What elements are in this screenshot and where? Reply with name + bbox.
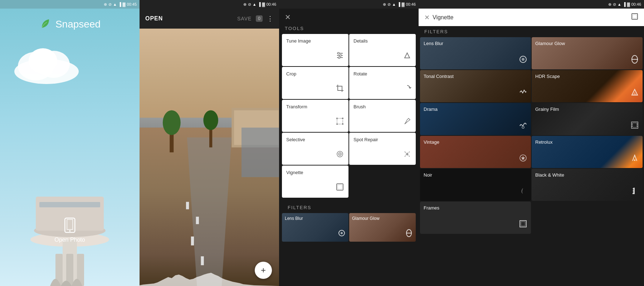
svg-rect-68	[633, 123, 637, 127]
filter-grainy-film[interactable]: Grainy Film	[532, 103, 643, 135]
panel-editor: ⊕ ⊘ ▲ ▐ ▓ 00:46 OPEN SAVE 0 ⋮	[140, 0, 279, 286]
hdr-scape-name: HDR Scape	[535, 74, 639, 79]
crop-icon	[336, 84, 344, 95]
lens-blur-icon-4	[519, 55, 527, 66]
nosim-icon: ⊘	[108, 2, 112, 7]
noir-name: Noir	[424, 172, 527, 178]
svg-point-41	[336, 123, 338, 125]
close-button-3[interactable]: ✕	[279, 9, 419, 23]
svg-point-40	[342, 118, 343, 119]
details-icon	[403, 51, 411, 62]
svg-rect-37	[338, 86, 342, 90]
glamour-glow-icon-4	[630, 55, 639, 66]
svg-marker-75	[633, 188, 635, 194]
tool-details-name: Details	[353, 38, 411, 44]
tool-brush-name: Brush	[353, 104, 411, 109]
tool-vignette-name: Vignette	[286, 170, 344, 175]
filter-glamour-glow-4[interactable]: Glamour Glow	[532, 37, 643, 69]
tool-details[interactable]: Details	[349, 34, 416, 66]
svg-point-3	[29, 48, 57, 73]
filters-section-title-3: FILTERS	[282, 202, 416, 213]
bt-icon-3: ⊕	[383, 2, 386, 7]
ns-icon-4: ⊘	[613, 2, 616, 7]
more-menu-icon[interactable]: ⋮	[267, 15, 273, 23]
tool-rotate[interactable]: Rotate	[349, 67, 416, 99]
svg-rect-71	[637, 124, 638, 124]
sig-icon-3: ▐	[397, 2, 400, 6]
svg-line-48	[405, 152, 406, 153]
open-button[interactable]: OPEN	[145, 15, 163, 22]
status-bar-3: ⊕ ⊘ ▲ ▐ ▓ 00:46	[279, 0, 419, 9]
vintage-name: Vintage	[424, 139, 527, 145]
tool-tune-image[interactable]: Tune Image	[282, 34, 348, 66]
vignette-top-label: Vignette	[433, 14, 453, 21]
save-badge: 0	[256, 15, 263, 22]
tool-transform[interactable]: Transform	[282, 100, 348, 132]
svg-rect-26	[196, 217, 199, 224]
filter-lens-blur-4[interactable]: Lens Blur	[420, 37, 531, 69]
frames-icon	[519, 220, 527, 230]
status-bar-2: ⊕ ⊘ ▲ ▐ ▓ 00:46	[140, 0, 279, 9]
brush-icon	[403, 117, 411, 128]
tool-vignette[interactable]: Vignette	[282, 166, 348, 198]
svg-rect-25	[186, 202, 189, 209]
grainy-icon	[630, 121, 639, 132]
filter-retrolux[interactable]: Retrolux	[532, 136, 643, 168]
close-button-4[interactable]: ✕	[424, 14, 430, 21]
open-photo-label: Open Photo	[54, 237, 85, 243]
save-button[interactable]: SAVE	[237, 16, 252, 21]
tower	[25, 125, 114, 286]
tool-spot-repair[interactable]: Spot Repair	[349, 133, 416, 165]
bluetooth-icon: ⊕	[104, 2, 107, 7]
svg-point-55	[341, 232, 343, 234]
panel-home: ⊕ ⊘ ▲ ▐ ▓ 00:45	[0, 0, 140, 286]
filter-frames[interactable]: Frames	[420, 202, 531, 234]
wifi-icon-4: ▲	[618, 2, 621, 6]
svg-rect-70	[631, 126, 633, 127]
leaf-logo-icon	[39, 18, 52, 31]
expand-icon[interactable]	[631, 13, 638, 22]
frames-name: Frames	[424, 205, 527, 211]
vignette-top-bar: ✕ Vignette	[419, 9, 644, 26]
wifi-icon-2: ▲	[253, 2, 257, 6]
tool-transform-name: Transform	[286, 104, 344, 109]
svg-rect-72	[637, 126, 638, 127]
rotate-icon	[403, 84, 411, 95]
tool-brush[interactable]: Brush	[349, 100, 416, 132]
tool-selective-name: Selective	[286, 137, 344, 142]
filter-vintage[interactable]: Vintage	[420, 136, 531, 168]
time-3: 00:46	[406, 2, 416, 6]
wifi-icon: ▲	[113, 2, 117, 6]
svg-rect-27	[191, 237, 194, 246]
glamour-glow-icon-3	[405, 229, 413, 239]
svg-rect-58	[632, 14, 638, 19]
filter-drama[interactable]: Drama	[420, 103, 531, 135]
svg-marker-36	[405, 53, 410, 58]
filter-glamour-glow-3[interactable]: Glamour Glow	[349, 213, 416, 242]
open-photo-area[interactable]: Open Photo	[54, 217, 85, 243]
filter-hdr-scape[interactable]: HDR Scape	[532, 70, 643, 102]
tool-spot-name: Spot Repair	[353, 137, 411, 142]
filter-tonal-contrast[interactable]: Tonal Contrast	[420, 70, 531, 102]
wifi-icon-3: ▲	[392, 2, 396, 6]
filters-grid-3: Lens Blur Glamour Glow	[282, 213, 416, 242]
transform-icon	[336, 117, 344, 128]
svg-point-74	[634, 159, 635, 161]
svg-rect-38	[337, 118, 343, 124]
filter-black-white[interactable]: Black & White	[532, 169, 643, 201]
black-white-name: Black & White	[535, 172, 639, 178]
bat-icon-4: ▓	[627, 2, 630, 6]
add-fab[interactable]: +	[255, 262, 272, 279]
tool-crop[interactable]: Crop	[282, 67, 348, 99]
tonal-contrast-name: Tonal Contrast	[424, 74, 527, 79]
time-1: 00:45	[127, 2, 137, 6]
tool-selective[interactable]: Selective	[282, 133, 348, 165]
toolbar-right: SAVE 0 ⋮	[237, 15, 273, 23]
filter-lens-blur-3[interactable]: Lens Blur	[282, 213, 348, 242]
phone-icon	[61, 217, 78, 234]
bt-icon-4: ⊕	[608, 2, 611, 7]
filter-noir[interactable]: Noir	[420, 169, 531, 201]
editor-toolbar: OPEN SAVE 0 ⋮	[140, 9, 279, 29]
grainy-film-name: Grainy Film	[535, 107, 639, 112]
filters-section-3: FILTERS Lens Blur Glamour Glow	[279, 198, 419, 242]
